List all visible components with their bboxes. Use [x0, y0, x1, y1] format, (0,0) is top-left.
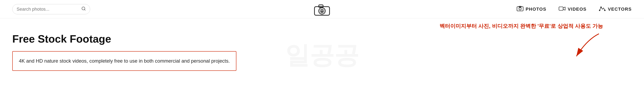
photos-icon: [516, 6, 524, 13]
logo[interactable]: [313, 2, 331, 17]
nav-vectors[interactable]: VECTORS: [599, 6, 632, 13]
svg-point-14: [604, 10, 605, 11]
search-box[interactable]: [12, 4, 90, 14]
description-box: 4K and HD nature stock videos, completel…: [12, 51, 236, 71]
svg-line-1: [84, 10, 85, 10]
nav-right: PHOTOS VIDEOS VECTORS: [516, 6, 632, 13]
header: PHOTOS VIDEOS VECTORS: [0, 0, 644, 18]
svg-point-13: [599, 10, 600, 11]
vectors-icon: [599, 6, 606, 13]
svg-point-9: [519, 8, 521, 10]
videos-label: VIDEOS: [568, 6, 586, 12]
nav-videos[interactable]: VIDEOS: [558, 6, 586, 13]
search-icon: [81, 6, 86, 12]
svg-point-15: [600, 7, 602, 8]
vectors-label: VECTORS: [608, 6, 632, 12]
photos-label: PHOTOS: [526, 6, 546, 12]
svg-marker-12: [563, 7, 565, 10]
korean-annotation: 벡터이미지부터 사진, 비디오까지 완벽한 '무료'로 상업적 사용도 가능: [440, 22, 603, 58]
annotation-arrow: [570, 32, 603, 58]
description-text: 4K and HD nature stock videos, completel…: [19, 58, 230, 64]
nav-photos[interactable]: PHOTOS: [516, 6, 546, 13]
main-content: 벡터이미지부터 사진, 비디오까지 완벽한 '무료'로 상업적 사용도 가능 일…: [0, 18, 644, 79]
search-input[interactable]: [16, 6, 80, 12]
search-container: [12, 4, 90, 14]
videos-icon: [558, 6, 566, 13]
svg-rect-11: [559, 7, 563, 10]
logo-icon: [313, 2, 331, 16]
